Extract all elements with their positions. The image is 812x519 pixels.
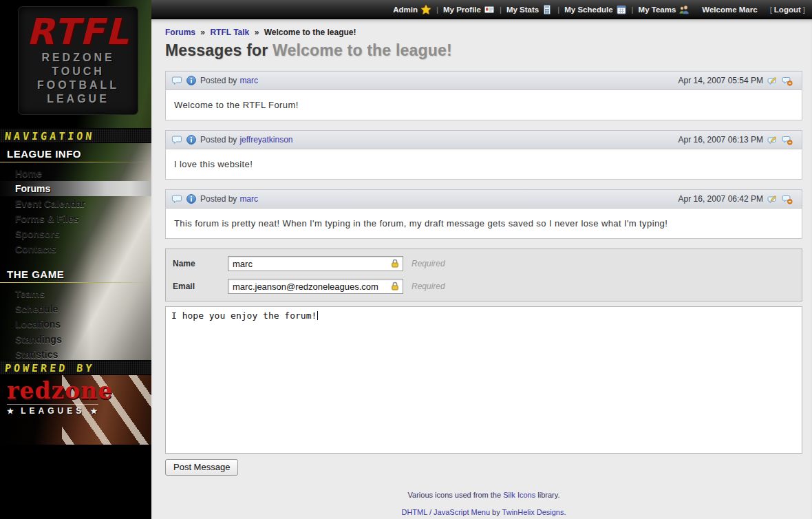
delete-message-icon[interactable] <box>782 193 793 204</box>
section-heading-league-info: LEAGUE INFO <box>0 143 151 162</box>
posted-by-label: Posted by <box>200 194 237 204</box>
dhtml-menu-link[interactable]: DHTML / JavaScript Menu <box>401 508 490 516</box>
sidebar-item-teams[interactable]: Teams <box>0 286 151 301</box>
topbar-item-my-stats[interactable]: My Stats <box>506 4 553 15</box>
heading-underline <box>0 282 151 283</box>
breadcrumb-link-rtfl-talk[interactable]: RTFL Talk <box>210 28 249 37</box>
author-link[interactable]: marc <box>239 194 258 204</box>
topbar-item-my-schedule[interactable]: My Schedule <box>564 4 626 15</box>
text-cursor <box>317 311 318 320</box>
topbar: Admin | My Profile | My Stats | My Sched… <box>151 0 812 19</box>
message-textarea[interactable]: I hope you enjoy the forum! <box>165 306 802 454</box>
required-hint: Required <box>412 259 445 268</box>
star-glyph: ★ <box>91 407 99 415</box>
edit-message-icon[interactable] <box>767 193 778 204</box>
rtfl-logo-abbr: RTFL <box>19 12 138 51</box>
topbar-item-admin[interactable]: Admin <box>393 4 431 15</box>
topbar-item-my-teams[interactable]: My Teams <box>639 4 690 15</box>
logout-bracket: [ <box>770 6 772 14</box>
topbar-separator: | <box>632 6 634 14</box>
powered-by-strip: POWERED BY <box>0 360 151 375</box>
breadcrumb-link-forums[interactable]: Forums <box>165 28 195 37</box>
author-link[interactable]: marc <box>239 76 258 85</box>
comment-icon <box>171 134 182 145</box>
twinhelix-link[interactable]: TwinHelix Designs <box>502 508 564 516</box>
name-label: Name <box>173 259 228 268</box>
author-link[interactable]: jeffreyatkinson <box>239 135 292 145</box>
breadcrumb: Forums » RTFL Talk » Welcome to the leag… <box>165 28 802 37</box>
message-header: Posted by jeffreyatkinson Apr 16, 2007 0… <box>165 130 802 149</box>
sidebar-item-forms-files[interactable]: Forms & Files <box>0 211 151 226</box>
logout-bracket: ] <box>803 6 805 14</box>
vcard-icon <box>484 4 495 15</box>
forum-message: Posted by marc Apr 14, 2007 05:54 PM Wel… <box>165 71 802 120</box>
breadcrumb-separator: » <box>200 28 205 37</box>
message-draft-text: I hope you enjoy the forum! <box>171 310 317 321</box>
footer: Various icons used from the Silk Icons l… <box>165 491 802 516</box>
silk-icons-link[interactable]: Silk Icons <box>503 491 535 499</box>
name-field[interactable] <box>228 256 403 271</box>
message-header: Posted by marc Apr 14, 2007 05:54 PM <box>165 71 802 90</box>
breadcrumb-current: Welcome to the league! <box>264 28 356 37</box>
page-title: Messages for Welcome to the league! <box>165 41 802 60</box>
sidebar-item-contacts[interactable]: Contacts <box>0 242 151 257</box>
star-icon <box>420 4 431 15</box>
star-glyph: ★ <box>7 407 15 415</box>
page-title-topic: Welcome to the league! <box>273 41 452 59</box>
group-icon <box>679 4 690 15</box>
topbar-separator: | <box>557 6 559 14</box>
info-icon[interactable] <box>186 193 197 204</box>
sidebar-item-locations[interactable]: Locations <box>0 317 151 332</box>
rtfl-logo-line: FOOTBALL <box>19 78 138 92</box>
edit-message-icon[interactable] <box>767 75 778 86</box>
message-body: Welcome to the RTFL Forum! <box>165 89 802 120</box>
posted-by-label: Posted by <box>200 135 237 145</box>
calendar-icon <box>616 4 627 15</box>
forum-message: Posted by jeffreyatkinson Apr 16, 2007 0… <box>165 130 802 180</box>
sidebar-item-home[interactable]: Home <box>0 166 151 181</box>
sidebar-menu: LEAGUE INFO Home Forums Event Calendar F… <box>0 143 151 360</box>
message-date: Apr 16, 2007 06:42 PM <box>679 194 763 204</box>
comment-icon <box>171 75 182 86</box>
rtfl-logo-line: LEAGUE <box>19 92 138 106</box>
edit-message-icon[interactable] <box>767 134 778 145</box>
message-date: Apr 14, 2007 05:54 PM <box>679 76 763 85</box>
reply-form: Name Required Email Required <box>165 248 802 301</box>
info-icon[interactable] <box>186 134 197 145</box>
calculator-icon <box>542 4 553 15</box>
posted-by-label: Posted by <box>200 76 237 85</box>
required-hint: Required <box>412 282 445 291</box>
topbar-separator: | <box>436 6 438 14</box>
redzone-logo-text: redzone <box>7 379 151 403</box>
delete-message-icon[interactable] <box>782 75 793 86</box>
main-content: Forums » RTFL Talk » Welcome to the leag… <box>151 19 812 519</box>
sidebar-item-forums[interactable]: Forums <box>0 181 151 196</box>
delete-message-icon[interactable] <box>782 134 793 145</box>
sidebar-logo-area: RTFL REDZONE TOUCH FOOTBALL LEAGUE <box>0 0 151 128</box>
welcome-user-label: Welcome Marc <box>702 6 757 14</box>
email-field[interactable] <box>228 279 403 294</box>
logout-link[interactable]: Logout <box>774 6 801 14</box>
forum-message: Posted by marc Apr 16, 2007 06:42 PM Thi… <box>165 189 802 239</box>
rtfl-logo: RTFL REDZONE TOUCH FOOTBALL LEAGUE <box>19 7 138 114</box>
heading-underline <box>0 162 151 162</box>
email-label: Email <box>173 282 228 291</box>
lock-icon <box>389 281 400 292</box>
redzone-leagues-banner[interactable]: redzone ★ LEAGUES ★ <box>0 375 151 445</box>
redzone-leagues-text: ★ LEAGUES ★ <box>7 404 98 416</box>
message-header: Posted by marc Apr 16, 2007 06:42 PM <box>165 189 802 209</box>
message-body: I love this website! <box>165 149 802 180</box>
topbar-item-my-profile[interactable]: My Profile <box>443 4 495 15</box>
message-date: Apr 16, 2007 06:13 PM <box>679 135 763 145</box>
sidebar-item-standings[interactable]: Standings <box>0 332 151 347</box>
lock-icon <box>389 258 400 269</box>
message-body: This forum is pretty neat! When I'm typi… <box>165 208 802 239</box>
post-message-button[interactable]: Post Message <box>165 459 238 476</box>
navigation-strip: NAVIGATION <box>0 128 151 143</box>
comment-icon <box>171 193 182 204</box>
sidebar-item-event-calendar[interactable]: Event Calendar <box>0 196 151 211</box>
sidebar-item-sponsors[interactable]: Sponsors <box>0 226 151 242</box>
info-icon[interactable] <box>186 75 197 86</box>
sidebar-item-statistics[interactable]: Statistics <box>0 347 151 362</box>
sidebar-item-schedule[interactable]: Schedule <box>0 301 151 317</box>
